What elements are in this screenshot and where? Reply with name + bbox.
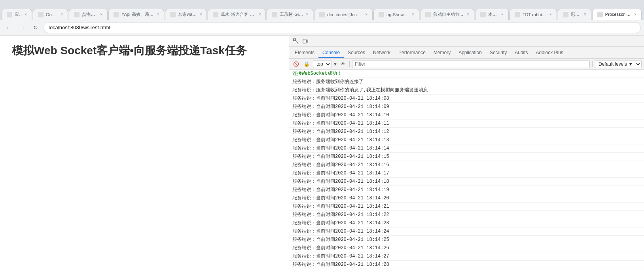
toolbar-divider2 — [592, 61, 593, 67]
tab-label: 煎鸡自主功力发... — [433, 11, 465, 17]
browser-tab-tab5[interactable]: 名家wap版× — [165, 9, 207, 20]
console-line-text: 服务端说：当前时间2020-04-21 18:14:25 — [292, 236, 389, 243]
console-line: 服务端说：当前时间2020-04-21 18:14:27 — [289, 252, 644, 261]
devtools-tab-elements[interactable]: Elements — [291, 48, 318, 58]
devtools-topbar — [289, 36, 644, 47]
devtools-tab-sources[interactable]: Sources — [344, 48, 369, 58]
browser-tab-tab14[interactable]: Processor-处...× — [592, 9, 642, 20]
devtools-tab-console[interactable]: Console — [318, 48, 344, 58]
console-line-text: 服务端说：当前时间2020-04-21 18:14:12 — [292, 128, 389, 135]
browser-tab-tab6[interactable]: 葛木-塔力合客-YA...× — [208, 9, 266, 20]
browser-tab-tab13[interactable]: 彩上iq× — [558, 9, 591, 20]
devtools-tab-security[interactable]: Security — [486, 48, 511, 58]
console-line: 服务端说：当前时间2020-04-21 18:14:24 — [289, 227, 644, 236]
device-toolbar-button[interactable] — [301, 37, 310, 45]
tab-favicon — [114, 12, 119, 17]
devtools-tab-application[interactable]: Application — [455, 48, 486, 58]
console-line-text: 服务端说：当前时间2020-04-21 18:14:23 — [292, 220, 389, 227]
browser-tab-tab12[interactable]: TDT rabbitrng× — [510, 9, 557, 20]
console-line: 服务端说：当前时间2020-04-21 18:14:22 — [289, 211, 644, 219]
filter-input[interactable] — [352, 60, 590, 68]
levels-select[interactable]: Default levels ▼ — [595, 60, 642, 68]
browser-tab-tab3[interactable]: 点淘商城× — [69, 9, 108, 20]
address-input[interactable] — [44, 22, 641, 33]
console-output[interactable]: 连接WebSocket成功！服务端说：服务端收到你的连接了服务端说：服务端收到你… — [289, 70, 644, 269]
preserve-log-button[interactable]: 🔒 — [302, 60, 311, 68]
browser-tab-tab1[interactable]: 应用× — [2, 9, 32, 20]
tab-close-icon[interactable]: × — [25, 12, 27, 17]
clear-console-button[interactable]: 🚫 — [292, 60, 301, 68]
tab-close-icon[interactable]: × — [365, 12, 367, 17]
tab-favicon — [319, 12, 325, 17]
tab-label: directories [Jenkins] — [327, 12, 363, 17]
console-line-text: 服务端说：当前时间2020-04-21 18:14:28 — [292, 261, 389, 268]
eye-button[interactable]: 👁 — [339, 60, 347, 68]
browser-tab-tab2[interactable]: Google× — [33, 9, 68, 20]
console-line: 服务端说：当前时间2020-04-21 18:14:26 — [289, 244, 644, 252]
console-line-text: 服务端说：当前时间2020-04-21 18:14:11 — [292, 120, 389, 127]
tab-close-icon[interactable]: × — [467, 12, 469, 17]
console-toolbar: 🚫 🔒 top ▼ 👁 Default levels ▼ — [289, 59, 644, 70]
console-line-text: 服务端说：当前时间2020-04-21 18:14:27 — [292, 253, 389, 260]
tab-close-icon[interactable]: × — [61, 12, 63, 17]
console-line: 服务端说：当前时间2020-04-21 18:14:18 — [289, 178, 644, 186]
tab-close-icon[interactable]: × — [501, 12, 504, 17]
tab-close-icon[interactable]: × — [549, 12, 552, 17]
browser-tab-tab11[interactable]: 本追iq× — [475, 9, 509, 20]
tab-favicon — [379, 12, 384, 17]
console-line-text: 服务端说：当前时间2020-04-21 18:14:19 — [292, 186, 389, 193]
browser-tab-tab8[interactable]: directories [Jenkins]× — [314, 9, 373, 20]
browser-tab-tab10[interactable]: 煎鸡自主功力发...× — [420, 9, 474, 20]
svg-rect-2 — [307, 40, 308, 42]
devtools-tab-memory[interactable]: Memory — [430, 48, 455, 58]
devtools-panel: ElementsConsoleSourcesNetworkPerformance… — [289, 36, 644, 269]
console-line: 服务端说：当前时间2020-04-21 18:14:28 — [289, 261, 644, 269]
tab-close-icon[interactable]: × — [259, 12, 261, 17]
tab-label: TDT rabbitrng — [523, 12, 547, 17]
tab-favicon — [425, 12, 431, 17]
browser-tab-tab9[interactable]: ug-ShowDoc× — [373, 9, 419, 20]
devtools-tab-performance[interactable]: Performance — [394, 48, 430, 58]
browser-tab-tab7[interactable]: 工录树-Gitlab× — [267, 9, 313, 20]
tab-label: 本追iq — [488, 11, 499, 17]
inspect-element-button[interactable] — [292, 37, 300, 45]
tab-label: Processor-处... — [605, 11, 632, 17]
console-line-text: 服务端说：当前时间2020-04-21 18:14:13 — [292, 136, 389, 144]
back-button[interactable]: ← — [3, 22, 14, 33]
select-arrow-icon: ▼ — [333, 62, 337, 66]
console-line-text: 服务端说：当前时间2020-04-21 18:14:26 — [292, 244, 389, 252]
console-line-text: 服务端说：当前时间2020-04-21 18:14:09 — [292, 103, 389, 110]
forward-button[interactable]: → — [17, 22, 28, 33]
console-line: 服务端说：当前时间2020-04-21 18:14:16 — [289, 161, 644, 169]
devtools-tabs: ElementsConsoleSourcesNetworkPerformance… — [289, 47, 644, 59]
tab-favicon — [7, 12, 12, 17]
page-content: 模拟Web Socket客户端•向服务端投递Task任务 — [0, 36, 289, 269]
console-line: 服务端说：当前时间2020-04-21 18:14:21 — [289, 203, 644, 211]
tab-close-icon[interactable]: × — [634, 12, 636, 17]
tab-close-icon[interactable]: × — [584, 12, 586, 17]
tab-label: 点淘商城 — [82, 11, 98, 17]
browser-tab-tab4[interactable]: YApi-高效、易用...× — [108, 9, 164, 20]
tab-close-icon[interactable]: × — [412, 12, 414, 17]
tab-label: 彩上iq — [571, 11, 581, 17]
tab-close-icon[interactable]: × — [200, 12, 202, 17]
console-line: 服务端说：当前时间2020-04-21 18:14:10 — [289, 111, 644, 119]
page-title: 模拟Web Socket客户端•向服务端投递Task任务 — [12, 44, 277, 58]
console-line-text: 服务端说：当前时间2020-04-21 18:14:21 — [292, 203, 389, 210]
tab-close-icon[interactable]: × — [306, 12, 308, 17]
reload-button[interactable]: ↻ — [30, 22, 41, 33]
devtools-tab-network[interactable]: Network — [369, 48, 394, 58]
console-line: 服务端说：当前时间2020-04-21 18:14:25 — [289, 236, 644, 244]
tab-close-icon[interactable]: × — [100, 12, 102, 17]
devtools-tab-adblock[interactable]: Adblock Plus — [532, 48, 567, 58]
context-select[interactable]: top — [313, 60, 331, 68]
console-line: 服务端说：当前时间2020-04-21 18:14:09 — [289, 103, 644, 111]
tab-close-icon[interactable]: × — [157, 12, 159, 17]
console-line-text: 服务端说：当前时间2020-04-21 18:14:14 — [292, 145, 389, 152]
console-line-text: 服务端说：服务端收到你的连接了 — [292, 78, 364, 85]
toolbar-divider — [349, 61, 350, 67]
tab-favicon — [38, 12, 44, 17]
tab-favicon — [74, 12, 80, 17]
devtools-tab-audits[interactable]: Audits — [511, 48, 532, 58]
console-line: 服务端说：当前时间2020-04-21 18:14:15 — [289, 153, 644, 161]
